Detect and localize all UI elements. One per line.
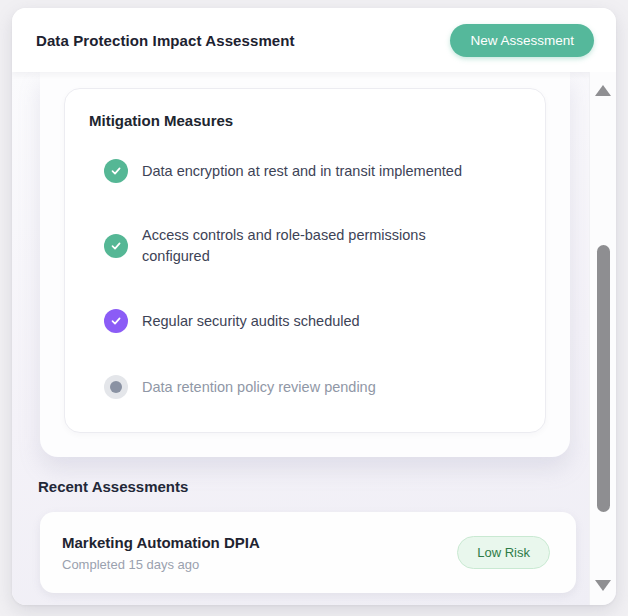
header: Data Protection Impact Assessment New As… — [12, 8, 616, 72]
vertical-scrollbar[interactable] — [589, 72, 616, 605]
scrollbar-thumb[interactable] — [597, 245, 610, 512]
recent-assessment-item[interactable]: Marketing Automation DPIA Completed 15 d… — [40, 512, 576, 593]
check-icon — [104, 159, 128, 183]
measure-item: Access controls and role-based permissio… — [89, 225, 521, 267]
assessment-detail-panel: Mitigation Measures Data encryption at r… — [40, 72, 570, 457]
measure-item: Data encryption at rest and in transit i… — [89, 159, 521, 183]
dpia-main-card: Data Protection Impact Assessment New As… — [12, 8, 616, 605]
measure-item: Regular security audits scheduled — [89, 309, 521, 333]
scroll-up-arrow-icon[interactable] — [595, 85, 611, 96]
page-title: Data Protection Impact Assessment — [36, 32, 295, 49]
mitigation-measures-card: Mitigation Measures Data encryption at r… — [64, 88, 546, 433]
new-assessment-button[interactable]: New Assessment — [450, 24, 594, 57]
measure-label: Data retention policy review pending — [142, 377, 376, 398]
mitigation-measures-title: Mitigation Measures — [89, 112, 521, 129]
assessment-name: Marketing Automation DPIA — [62, 534, 260, 551]
risk-badge: Low Risk — [457, 536, 550, 569]
measure-item: Data retention policy review pending — [89, 375, 521, 399]
pending-icon — [104, 375, 128, 399]
check-icon — [104, 234, 128, 258]
recent-assessments-title: Recent Assessments — [38, 478, 188, 495]
assessment-meta: Completed 15 days ago — [62, 557, 260, 572]
measure-label: Data encryption at rest and in transit i… — [142, 161, 462, 182]
measure-label: Access controls and role-based permissio… — [142, 225, 492, 267]
scroll-down-arrow-icon[interactable] — [595, 580, 611, 591]
scroll-viewport: Mitigation Measures Data encryption at r… — [12, 72, 616, 605]
measure-label: Regular security audits scheduled — [142, 311, 360, 332]
check-icon — [104, 309, 128, 333]
recent-assessment-info: Marketing Automation DPIA Completed 15 d… — [62, 534, 260, 572]
